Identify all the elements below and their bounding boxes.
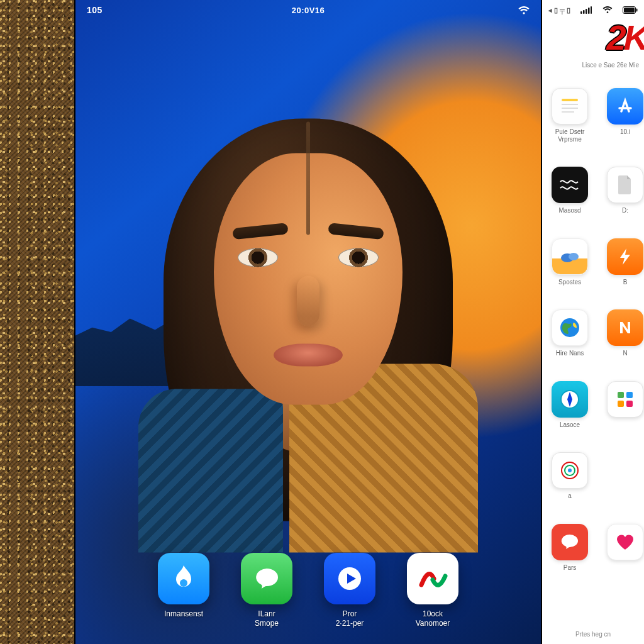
dock-app-store[interactable]: ILanr Smope — [236, 553, 297, 628]
bubble-icon — [241, 553, 292, 604]
side-app-weather[interactable]: Spostes — [551, 238, 589, 286]
status-bar-side: ◂ ▯ ╤ ▯ — [542, 2, 644, 18]
target-icon — [552, 452, 588, 489]
flame-icon — [158, 553, 209, 604]
dock-app-play[interactable]: Pror 2·21-per — [319, 553, 380, 628]
swoosh-icon — [407, 553, 458, 604]
side-app-label: Spostes — [558, 279, 581, 286]
svg-rect-6 — [591, 6, 592, 14]
cloud-icon — [552, 238, 588, 275]
brand-logo-2k: 2K — [606, 20, 644, 55]
side-app-heart[interactable] — [606, 524, 644, 572]
side-app-label: D: — [622, 207, 628, 214]
left-texture-strip — [0, 0, 75, 644]
svg-rect-5 — [588, 8, 590, 14]
grid-icon — [607, 381, 643, 418]
dock-sublabel: Vanomoer — [416, 619, 450, 628]
svg-rect-20 — [626, 392, 633, 398]
brand-k: K — [624, 18, 644, 57]
side-app-label: a — [568, 492, 572, 500]
side-screen[interactable]: ◂ ▯ ╤ ▯ 2K Lisce e Sae 26e Mie Puie D — [541, 0, 644, 644]
chat-icon — [552, 524, 588, 560]
bolt-icon — [607, 238, 643, 275]
dock-label: Inmansenst — [164, 609, 203, 618]
side-app-globe[interactable]: Hire Nans — [551, 309, 589, 357]
heart-icon — [607, 524, 643, 560]
svg-rect-2 — [580, 11, 582, 14]
brand-2: 2 — [606, 18, 623, 57]
svg-rect-9 — [636, 9, 638, 12]
side-app-music[interactable]: Masosd — [551, 167, 589, 214]
side-app-label: 10.i — [620, 128, 630, 136]
dock-app-wave[interactable]: 10ock Vanomoer — [402, 553, 464, 628]
side-app-label: B — [623, 279, 628, 286]
side-app-compass[interactable]: Lasoce — [551, 381, 589, 429]
side-app-grid: Puie DsetrVrprsme 10.i Masosd — [551, 88, 644, 595]
doc-icon — [607, 167, 643, 203]
signal-icon — [580, 6, 592, 14]
notes-icon — [552, 88, 588, 125]
n-icon — [607, 309, 643, 346]
waves-icon — [552, 167, 588, 203]
side-app-target[interactable]: a — [551, 452, 589, 500]
dock: Inmansenst ILanr Smope Pror 2·21- — [153, 553, 464, 628]
svg-point-25 — [568, 469, 572, 472]
svg-rect-21 — [618, 401, 624, 407]
status-right-cluster — [518, 5, 530, 15]
side-app-label: Lasoce — [560, 421, 580, 429]
side-footer-text: Prtes heg cn — [542, 631, 644, 638]
svg-rect-3 — [583, 10, 585, 14]
dock-sublabel: 2·21-per — [336, 619, 364, 628]
dock-label: Pror — [343, 609, 357, 618]
brand-subtitle: Lisce e Sae 26e Mie — [547, 62, 639, 69]
side-app-label: Hire Nans — [556, 350, 584, 357]
side-app-label: N — [623, 350, 627, 357]
play-icon — [324, 553, 375, 604]
side-app-notes[interactable]: Puie DsetrVrprsme — [551, 88, 589, 143]
dock-label: 10ock — [423, 609, 443, 618]
dock-label: ILanr — [258, 609, 275, 618]
globe-icon — [552, 309, 588, 346]
svg-rect-19 — [618, 392, 624, 398]
side-app-label: Masosd — [558, 207, 580, 214]
dock-app-internet[interactable]: Inmansenst — [153, 553, 214, 628]
svg-rect-8 — [624, 8, 635, 13]
status-back-indicator: ◂ ▯ ╤ ▯ — [548, 6, 570, 14]
svg-point-15 — [569, 253, 579, 260]
dock-sublabel: Smope — [255, 619, 279, 628]
wifi-icon — [518, 6, 530, 15]
side-app-sublabel: Vrprsme — [558, 136, 581, 143]
battery-icon — [623, 6, 638, 14]
svg-rect-13 — [562, 111, 574, 113]
side-app-orange[interactable]: B — [606, 238, 644, 286]
home-screen[interactable]: 105 20:0V16 Inmansenst ILanr S — [75, 0, 541, 644]
side-app-label: Puie Dsetr — [555, 128, 585, 135]
side-app-chat[interactable]: Pars — [551, 524, 589, 572]
svg-rect-22 — [626, 401, 633, 407]
a-badge-icon — [607, 88, 643, 125]
side-app-label: Pars — [564, 564, 577, 572]
side-app-n[interactable]: N — [606, 309, 644, 357]
svg-rect-4 — [586, 9, 587, 14]
side-app-doc[interactable]: D: — [606, 167, 644, 214]
compass-icon — [552, 381, 588, 418]
svg-rect-10 — [562, 99, 578, 101]
side-app-grid[interactable] — [606, 381, 644, 429]
side-app-appstore[interactable]: 10.i — [606, 88, 644, 143]
status-center-text: 20:0V16 — [292, 6, 325, 15]
status-time: 105 — [87, 5, 103, 15]
svg-point-0 — [180, 579, 187, 587]
stage: 105 20:0V16 Inmansenst ILanr S — [0, 0, 644, 644]
svg-rect-11 — [562, 104, 578, 105]
wallpaper-portrait — [132, 93, 484, 546]
wifi-icon — [602, 6, 613, 14]
status-bar-main: 105 20:0V16 — [75, 1, 541, 19]
svg-rect-12 — [562, 108, 578, 109]
